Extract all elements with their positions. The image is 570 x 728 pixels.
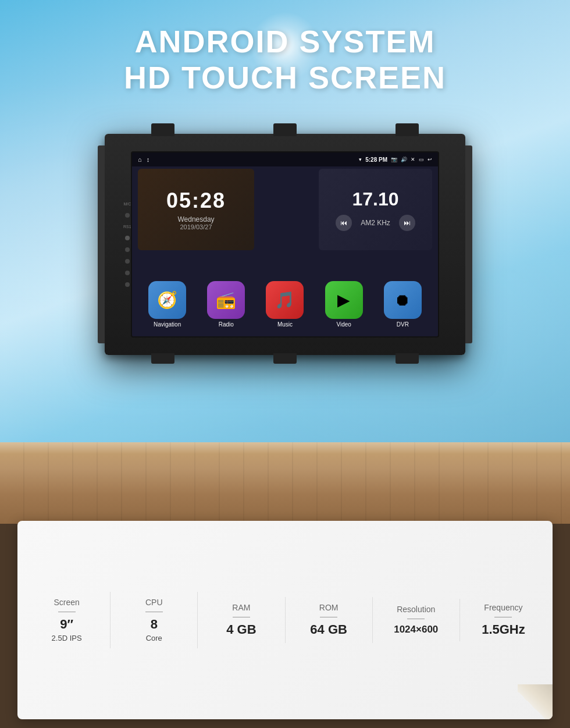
bezel-outer: M/C RS1 ⌂ ↕ ▾ 5:28 PM 📷 🔊 bbox=[105, 134, 465, 355]
spec-divider-3 bbox=[320, 617, 337, 617]
menu-icon[interactable]: ↕ bbox=[147, 156, 150, 163]
mount-tabs-top bbox=[105, 123, 465, 136]
spec-frequency-label: Frequency bbox=[484, 603, 522, 612]
status-icons: ▾ 5:28 PM 📷 🔊 ✕ ▭ ↩ bbox=[359, 157, 432, 163]
app-navigation[interactable]: 🧭 Navigation bbox=[148, 281, 186, 328]
mic-label: M/C bbox=[123, 202, 131, 206]
app-video[interactable]: ▶ Video bbox=[325, 281, 363, 328]
app-radio[interactable]: 📻 Radio bbox=[207, 281, 245, 328]
radio-icon: 📻 bbox=[216, 290, 236, 310]
back-icon[interactable]: ↩ bbox=[428, 157, 432, 162]
spec-frequency-value: 1.5GHz bbox=[482, 622, 525, 637]
ctrl-btn-back[interactable] bbox=[125, 259, 130, 264]
radio-unit: M/C RS1 ⌂ ↕ ▾ 5:28 PM 📷 🔊 bbox=[105, 134, 465, 355]
music-icon-bg: 🎵 bbox=[266, 281, 304, 319]
spec-rom-value: 64 GB bbox=[310, 622, 347, 637]
mount-tab-bottom-center bbox=[273, 353, 297, 364]
dvr-icon-bg: ⏺ bbox=[384, 281, 422, 319]
rs1-label: RS1 bbox=[123, 225, 131, 229]
mount-tab-center bbox=[273, 123, 297, 136]
nav-icons: ⌂ ↕ bbox=[138, 156, 149, 163]
mount-tab-left bbox=[151, 123, 174, 136]
mount-tabs-bottom bbox=[105, 353, 465, 364]
dvr-icon: ⏺ bbox=[394, 290, 411, 310]
side-bracket-left bbox=[98, 145, 105, 343]
ctrl-btn-vol-up[interactable] bbox=[125, 271, 130, 275]
video-icon-bg: ▶ bbox=[325, 281, 363, 319]
ctrl-btn-vol-down[interactable] bbox=[125, 282, 130, 287]
ctrl-btn-power[interactable] bbox=[125, 236, 130, 240]
radio-controls: ⏮ AM2 KHz ⏭ bbox=[336, 215, 415, 231]
spec-ram-label: RAM bbox=[232, 603, 250, 612]
ctrl-btn-1[interactable] bbox=[125, 213, 130, 218]
spec-rom: ROM 64 GB bbox=[286, 597, 373, 643]
headline-line1: ANDROID SYSTEM bbox=[0, 23, 570, 59]
screen-area: ⌂ ↕ ▾ 5:28 PM 📷 🔊 ✕ ▭ ↩ 05:28 Wednesday … bbox=[131, 151, 439, 338]
wifi-icon: ▾ bbox=[359, 157, 362, 162]
radio-widget: 17.10 ⏮ AM2 KHz ⏭ bbox=[319, 169, 432, 250]
spec-divider-4 bbox=[407, 619, 425, 619]
clock-time: 05:28 bbox=[166, 189, 226, 213]
speaker-icon: 🔊 bbox=[401, 157, 407, 162]
headline-container: ANDROID SYSTEM HD TOUCH SCREEN bbox=[0, 23, 570, 95]
spec-frequency: Frequency 1.5GHz bbox=[460, 597, 547, 643]
navigation-icon-bg: 🧭 bbox=[148, 281, 186, 319]
clock-date: 2019/03/27 bbox=[180, 223, 212, 230]
close-icon[interactable]: ✕ bbox=[411, 157, 415, 162]
spec-resolution: Resolution 1024×600 bbox=[373, 599, 460, 641]
app-dvr[interactable]: ⏺ DVR bbox=[384, 281, 422, 328]
headline-line2: HD TOUCH SCREEN bbox=[0, 59, 570, 95]
spec-ram: RAM 4 GB bbox=[198, 597, 285, 643]
app-music[interactable]: 🎵 Music bbox=[266, 281, 304, 328]
navigation-icon: 🧭 bbox=[157, 290, 177, 310]
clock-widget: 05:28 Wednesday 2019/03/27 bbox=[138, 169, 254, 250]
spec-divider-2 bbox=[233, 617, 250, 617]
navigation-label: Navigation bbox=[154, 321, 181, 328]
app-row: 🧭 Navigation 📻 Radio 🎵 Music bbox=[138, 281, 432, 328]
table-highlight bbox=[0, 442, 570, 454]
mount-tab-right bbox=[396, 123, 419, 136]
spec-screen-value: 9″ bbox=[60, 617, 73, 632]
spec-cpu-label: CPU bbox=[145, 598, 163, 607]
spec-cpu-sub: Core bbox=[146, 634, 162, 642]
camera-icon: 📷 bbox=[391, 157, 397, 162]
radio-prev-btn[interactable]: ⏮ bbox=[336, 215, 352, 231]
status-time: 5:28 PM bbox=[365, 157, 387, 163]
spec-screen-sub: 2.5D IPS bbox=[52, 634, 82, 642]
music-label: Music bbox=[277, 321, 293, 328]
spec-cpu-value: 8 bbox=[151, 617, 158, 632]
spec-resolution-value: 1024×600 bbox=[394, 624, 438, 635]
video-icon: ▶ bbox=[337, 290, 350, 310]
home-icon[interactable]: ⌂ bbox=[138, 156, 142, 163]
status-bar: ⌂ ↕ ▾ 5:28 PM 📷 🔊 ✕ ▭ ↩ bbox=[132, 152, 438, 166]
mount-tab-bottom-right bbox=[396, 353, 419, 364]
spec-rom-label: ROM bbox=[319, 603, 339, 612]
spec-cpu: CPU 8 Core bbox=[111, 592, 198, 648]
video-label: Video bbox=[336, 321, 351, 328]
spec-divider-1 bbox=[145, 612, 163, 612]
radio-frequency: 17.10 bbox=[352, 189, 398, 210]
ctrl-btn-home[interactable] bbox=[125, 247, 130, 252]
mount-tab-bottom-left bbox=[151, 353, 174, 364]
side-controls: M/C RS1 bbox=[123, 202, 131, 287]
dvr-label: DVR bbox=[397, 321, 409, 328]
window-icon[interactable]: ▭ bbox=[419, 157, 424, 162]
spec-screen: Screen 9″ 2.5D IPS bbox=[23, 592, 111, 648]
spec-resolution-label: Resolution bbox=[397, 605, 435, 614]
spec-divider-0 bbox=[58, 612, 76, 612]
music-icon: 🎵 bbox=[275, 290, 295, 310]
spec-ram-value: 4 GB bbox=[226, 622, 256, 637]
radio-label: Radio bbox=[219, 321, 234, 328]
spec-card: Screen 9″ 2.5D IPS CPU 8 Core RAM 4 GB R… bbox=[17, 521, 553, 719]
spec-screen-label: Screen bbox=[54, 598, 79, 607]
radio-next-btn[interactable]: ⏭ bbox=[399, 215, 415, 231]
radio-band: AM2 KHz bbox=[361, 219, 390, 227]
table-background bbox=[0, 442, 570, 530]
spec-divider-5 bbox=[494, 617, 512, 617]
radio-icon-bg: 📻 bbox=[207, 281, 245, 319]
side-bracket-right bbox=[465, 145, 472, 343]
clock-day: Wednesday bbox=[177, 215, 214, 223]
